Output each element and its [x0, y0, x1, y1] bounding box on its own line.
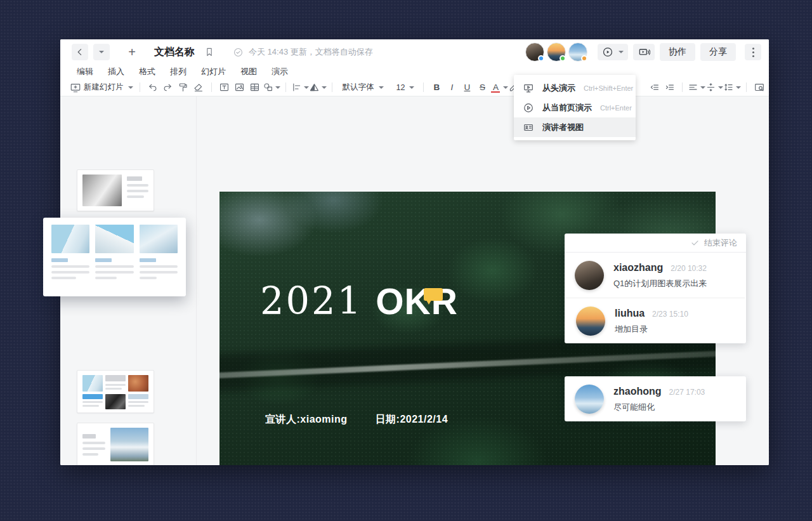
present-button[interactable]: [598, 44, 628, 60]
share-button[interactable]: 分享: [700, 43, 736, 61]
menu-item-present-from-start[interactable]: 从头演示 Ctrl+Shift+Enter: [514, 78, 636, 98]
more-options-button[interactable]: [745, 44, 761, 60]
text-box-button[interactable]: [217, 81, 232, 95]
shapes-caret-icon: [275, 86, 280, 89]
text-box-icon: [219, 82, 230, 93]
bold-button[interactable]: B: [429, 81, 444, 95]
line-spacing-icon: [723, 82, 734, 93]
thumbnail-photo: [95, 225, 133, 253]
autosave-status: 今天 14:43 更新，文档将自动保存: [233, 46, 373, 58]
commenter-name: liuhua: [615, 308, 645, 319]
collaborator-avatar-3[interactable]: [568, 43, 587, 62]
italic-label: I: [445, 82, 459, 92]
font-size-value: 12: [396, 83, 405, 92]
bookmark-button[interactable]: [201, 44, 218, 60]
paragraph-align-button[interactable]: [688, 81, 705, 95]
comment-marker-icon[interactable]: [424, 288, 443, 301]
eraser-button[interactable]: [191, 81, 206, 95]
align-objects-button[interactable]: [291, 81, 309, 95]
slide-layout-search-button[interactable]: [752, 81, 767, 95]
menu-format[interactable]: 格式: [139, 66, 155, 77]
slide-thumbnail-1[interactable]: [77, 169, 154, 211]
font-family-caret-icon: [379, 86, 384, 89]
commenter-avatar: [575, 385, 604, 414]
align-objects-icon: [291, 82, 302, 93]
undo-button[interactable]: [145, 81, 160, 95]
presenter-view-icon: [523, 122, 534, 133]
back-history-dropdown-button[interactable]: [93, 44, 110, 60]
toolbar-separator: [423, 82, 424, 92]
menu-view[interactable]: 视图: [240, 66, 257, 77]
collaborator-avatar-1[interactable]: [525, 43, 544, 62]
slide-thumbnail-3-popped[interactable]: [43, 218, 186, 296]
present-from-current-icon: [523, 102, 534, 114]
insert-image-button[interactable]: [232, 81, 247, 95]
strikethrough-button[interactable]: S: [475, 81, 490, 95]
line-spacing-caret-icon: [736, 86, 741, 89]
menubar: 编辑 插入 格式 排列 幻灯片 视图 演示: [60, 65, 769, 79]
menu-insert[interactable]: 插入: [108, 66, 124, 77]
italic-button[interactable]: I: [444, 81, 459, 95]
back-button[interactable]: [72, 44, 88, 60]
format-painter-icon: [178, 82, 188, 93]
align-left-icon: [688, 82, 698, 93]
kebab-menu-icon: [752, 48, 754, 57]
comment-thread[interactable]: liuhua 2/23 15:10 增加目录: [566, 298, 745, 343]
collaborator-avatar-2[interactable]: [547, 43, 566, 62]
new-slide-button[interactable]: 新建幻灯片: [69, 81, 134, 95]
eraser-icon: [193, 82, 204, 93]
comment-text: Q1的计划用图表展示出来: [613, 278, 707, 289]
shape-style-triangle-icon: [309, 82, 320, 93]
thumbnail-photo: [140, 225, 178, 253]
cast-presentation-button[interactable]: [633, 44, 655, 60]
shape-style-button[interactable]: [309, 81, 327, 95]
paragraph-align-caret-icon: [700, 86, 705, 89]
indent-decrease-button[interactable]: [646, 81, 662, 95]
slide-thumbnail-4[interactable]: [77, 370, 154, 413]
new-document-button[interactable]: +: [124, 44, 140, 60]
online-status-dot-orange: [581, 55, 587, 62]
redo-button[interactable]: [160, 81, 176, 95]
menu-item-presenter-view[interactable]: 演讲者视图: [514, 117, 636, 137]
format-painter-button[interactable]: [176, 81, 191, 95]
thumbnail-photo: [110, 428, 148, 461]
collaborator-avatars: [525, 43, 587, 62]
slide-thumbnail-5[interactable]: [77, 423, 154, 465]
thumbnail-photo: [51, 225, 89, 253]
titlebar: + 文档名称 今天 14:43 更新，文档将自动保存: [60, 39, 769, 65]
vertical-align-button[interactable]: [705, 81, 723, 95]
menu-item-present-from-current[interactable]: 从当前页演示 Ctrl+Enter: [514, 98, 636, 117]
commenter-avatar: [575, 261, 604, 290]
menu-present[interactable]: 演示: [272, 66, 288, 77]
autosave-status-text: 今天 14:43 更新，文档将自动保存: [249, 46, 373, 58]
font-color-caret-icon: [503, 86, 508, 89]
menu-arrange[interactable]: 排列: [170, 66, 187, 77]
vertical-align-caret-icon: [718, 86, 723, 89]
titlebar-right-actions: 协作 分享: [525, 43, 761, 62]
toolbar-separator: [285, 82, 286, 92]
comment-panel: zhaohong 2/27 17:03 尽可能细化: [565, 376, 746, 421]
line-spacing-button[interactable]: [723, 81, 741, 95]
toolbar-separator: [746, 82, 747, 92]
present-options-caret-icon[interactable]: [619, 51, 624, 53]
font-size-select[interactable]: 12: [390, 81, 419, 95]
present-from-start-icon: [523, 82, 534, 94]
font-family-select[interactable]: 默认字体: [337, 81, 386, 95]
resolve-comments-button[interactable]: 结束评论: [704, 237, 737, 249]
comment-thread[interactable]: zhaohong 2/27 17:03 尽可能细化: [565, 376, 746, 421]
comment-text: 尽可能细化: [613, 402, 705, 413]
underline-button[interactable]: U: [459, 81, 475, 95]
vertical-align-icon: [705, 82, 716, 93]
insert-table-button[interactable]: [247, 81, 263, 95]
font-color-button[interactable]: A: [490, 81, 508, 95]
play-circle-icon: [602, 46, 613, 58]
indent-increase-button[interactable]: [662, 81, 677, 95]
slide-info-block[interactable]: 宣讲人:xiaoming 日期:2021/2/14: [265, 413, 448, 426]
menu-edit[interactable]: 编辑: [77, 66, 93, 77]
insert-shape-button[interactable]: [263, 81, 280, 95]
online-status-dot-blue: [538, 55, 544, 62]
menu-slides[interactable]: 幻灯片: [201, 66, 226, 77]
comment-thread[interactable]: xiaozhang 2/20 10:32 Q1的计划用图表展示出来: [565, 253, 746, 298]
shapes-icon: [263, 82, 273, 93]
collaborate-button[interactable]: 协作: [660, 43, 695, 61]
